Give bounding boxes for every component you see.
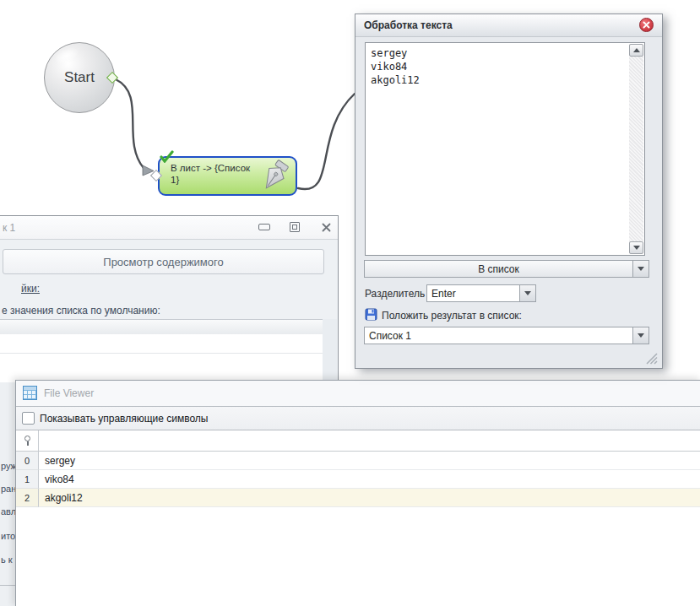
result-list-value[interactable]: Список 1 bbox=[365, 327, 632, 344]
result-list-dropdown-button[interactable] bbox=[632, 327, 648, 344]
chevron-down-icon bbox=[638, 267, 644, 271]
settings-link[interactable]: йки: bbox=[21, 283, 40, 295]
close-button[interactable] bbox=[320, 221, 333, 233]
show-control-chars-checkbox[interactable] bbox=[22, 412, 35, 425]
pen-icon bbox=[257, 159, 292, 194]
start-node[interactable]: Start bbox=[44, 42, 115, 113]
divider bbox=[0, 585, 16, 586]
filter-input-cell[interactable] bbox=[39, 430, 700, 452]
scroll-down-button[interactable] bbox=[629, 241, 643, 254]
arrow-up-icon bbox=[633, 48, 640, 52]
list-window-titlebar: к 1 bbox=[0, 216, 338, 240]
separator-label: Разделитель bbox=[365, 288, 425, 300]
dialog-titlebar: Обработка текста bbox=[355, 14, 662, 37]
row-index-cell[interactable]: 0 bbox=[16, 452, 39, 470]
table-row[interactable]: 2 akgoli12 bbox=[16, 489, 700, 507]
view-contents-button[interactable]: Просмотр содержимого bbox=[3, 249, 324, 274]
start-node-label: Start bbox=[64, 69, 95, 86]
close-icon bbox=[643, 21, 650, 29]
put-result-label: Положить результат в список: bbox=[382, 310, 522, 322]
show-control-chars-row: Показывать управляющие символы bbox=[16, 407, 700, 430]
row-index-cell[interactable]: 1 bbox=[16, 470, 39, 489]
connection-action-to-dialog bbox=[298, 94, 355, 189]
close-icon bbox=[322, 223, 331, 232]
text-content: sergey viko84 akgoli12 bbox=[371, 46, 420, 87]
to-list-label: В список bbox=[365, 261, 632, 277]
result-list-combobox[interactable]: Список 1 bbox=[364, 327, 649, 344]
to-list-action-button[interactable]: В список bbox=[364, 260, 649, 278]
resize-grip[interactable] bbox=[645, 352, 658, 365]
scroll-up-button[interactable] bbox=[629, 44, 643, 57]
default-values-label: е значения списка по умолчанию: bbox=[2, 305, 160, 317]
file-viewer-title: File Viewer bbox=[44, 387, 94, 399]
text-line: sergey bbox=[371, 46, 420, 60]
app-canvas: Start В лист -> {Список 1} к 1 bbox=[0, 0, 700, 606]
view-contents-label: Просмотр содержимого bbox=[103, 256, 223, 268]
table-row[interactable]: 1 viko84 bbox=[16, 470, 700, 489]
text-line: viko84 bbox=[371, 60, 420, 73]
filter-row bbox=[16, 430, 700, 452]
action-node[interactable]: В лист -> {Список 1} bbox=[158, 156, 297, 196]
side-button-fragment[interactable]: ран bbox=[1, 484, 16, 494]
list-grid-row[interactable] bbox=[0, 334, 323, 354]
row-value-cell[interactable]: viko84 bbox=[39, 470, 700, 489]
filter-pin-icon bbox=[24, 436, 30, 446]
text-input-area[interactable]: sergey viko84 akgoli12 bbox=[365, 42, 645, 256]
minimize-button[interactable] bbox=[258, 221, 270, 233]
separator-dropdown-button[interactable] bbox=[519, 285, 535, 301]
save-to-list-icon bbox=[365, 308, 377, 321]
side-button-fragment[interactable]: ь к bbox=[1, 555, 13, 565]
row-index-cell[interactable]: 2 bbox=[16, 489, 39, 507]
text-processing-dialog: Обработка текста sergey viko84 akgoli12 … bbox=[355, 14, 663, 369]
side-button-fragment[interactable]: авл bbox=[1, 506, 16, 517]
row-value-cell[interactable]: akgoli12 bbox=[39, 489, 700, 507]
row-value-cell[interactable]: sergey bbox=[39, 452, 700, 470]
to-list-dropdown-button[interactable] bbox=[632, 261, 648, 277]
list-window-title: к 1 bbox=[3, 222, 15, 234]
side-button-fragment[interactable]: ито bbox=[1, 531, 15, 541]
action-node-label: В лист -> {Список 1} bbox=[171, 162, 260, 186]
vertical-scrollbar[interactable] bbox=[629, 44, 643, 254]
table-row[interactable]: 0 sergey bbox=[16, 452, 700, 470]
separator-value[interactable]: Enter bbox=[427, 285, 519, 301]
show-control-chars-label: Показывать управляющие символы bbox=[40, 413, 208, 425]
list-grid-header bbox=[0, 319, 323, 335]
dialog-title: Обработка текста bbox=[364, 19, 453, 31]
connection-start-to-action bbox=[116, 79, 144, 168]
maximize-button[interactable] bbox=[288, 221, 301, 233]
dialog-close-button[interactable] bbox=[639, 18, 654, 32]
arrow-down-icon bbox=[633, 246, 640, 250]
chevron-down-icon bbox=[524, 291, 531, 295]
text-line: akgoli12 bbox=[371, 73, 420, 87]
filter-header-cell[interactable] bbox=[16, 430, 39, 452]
chevron-down-icon bbox=[638, 333, 644, 338]
file-viewer-window: File Viewer Показывать управляющие симво… bbox=[15, 380, 700, 606]
table-icon bbox=[23, 386, 37, 400]
separator-combobox[interactable]: Enter bbox=[426, 284, 536, 302]
list-window-side-panel: руж ран авл ито ь к bbox=[0, 382, 16, 606]
success-check-icon bbox=[160, 150, 174, 163]
file-viewer-titlebar: File Viewer bbox=[16, 381, 700, 407]
